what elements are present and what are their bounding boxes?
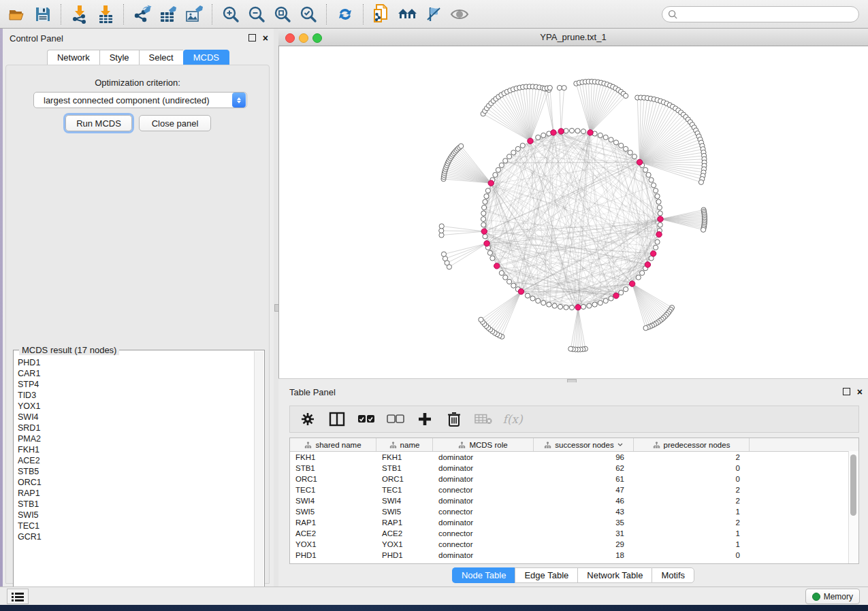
- table-scrollbar[interactable]: [848, 451, 858, 563]
- import-network-button[interactable]: [67, 3, 93, 26]
- search-field[interactable]: [662, 6, 859, 22]
- export-network-button[interactable]: [129, 3, 155, 26]
- close-panel-icon[interactable]: ×: [263, 35, 268, 42]
- mcds-node-item[interactable]: TEC1: [18, 521, 253, 531]
- memory-button[interactable]: Memory: [805, 589, 860, 604]
- result-scrollbar[interactable]: [254, 351, 263, 599]
- mcds-result-list[interactable]: PHD1CAR1STP4TID3YOX1SWI4SRD1PMA2FKH1ACE2…: [18, 357, 253, 597]
- mcds-node-item[interactable]: RAP1: [18, 488, 253, 499]
- cell-shared-name: TEC1: [290, 484, 376, 495]
- export-table-button[interactable]: [155, 3, 181, 26]
- network-window-titlebar[interactable]: YPA_prune.txt_1: [278, 29, 868, 46]
- table-row[interactable]: YOX1YOX1connector291: [290, 539, 858, 550]
- show-all-button[interactable]: [395, 3, 421, 26]
- import-table-button[interactable]: [93, 3, 118, 26]
- table-row[interactable]: TEC1TEC1connector472: [290, 484, 858, 495]
- float-table-panel-icon[interactable]: [843, 388, 850, 395]
- delete-column-button[interactable]: [445, 410, 463, 428]
- table-settings-button[interactable]: [299, 410, 317, 428]
- column-header-shared-name[interactable]: shared name: [290, 438, 376, 451]
- close-panel-button[interactable]: Close panel: [139, 115, 211, 131]
- cell-MCDS-role: connector: [433, 539, 534, 550]
- tab-style[interactable]: Style: [99, 50, 139, 65]
- apply-layout-button[interactable]: [332, 3, 358, 26]
- mcds-node-item[interactable]: SWI4: [18, 412, 253, 423]
- table-row[interactable]: PHD1PHD1dominator180: [290, 550, 858, 561]
- zoom-selected-button[interactable]: [295, 3, 321, 26]
- mcds-node-item[interactable]: STP4: [18, 379, 253, 390]
- save-session-button[interactable]: [30, 3, 56, 26]
- tab-motifs[interactable]: Motifs: [652, 567, 694, 583]
- node-table[interactable]: shared namenameMCDS rolesuccessor nodesp…: [289, 437, 859, 564]
- delete-table-button[interactable]: [475, 410, 492, 428]
- tab-network-table[interactable]: Network Table: [577, 567, 652, 583]
- mcds-node-item[interactable]: ACE2: [18, 455, 253, 466]
- show-column-pane-button[interactable]: [328, 410, 346, 428]
- run-mcds-button[interactable]: Run MCDS: [65, 115, 132, 131]
- column-header-predecessor-nodes[interactable]: predecessor nodes: [634, 438, 750, 451]
- float-panel-icon[interactable]: [248, 34, 256, 42]
- cell-MCDS-role: dominator: [433, 452, 534, 463]
- export-network-icon: [133, 5, 152, 24]
- cell-successor-nodes: 43: [534, 506, 634, 517]
- mcds-node-item[interactable]: ORC1: [18, 477, 253, 488]
- table-panel-tabs: Node TableEdge TableNetwork TableMotifs: [278, 567, 868, 583]
- show-eye-button[interactable]: [447, 3, 472, 26]
- table-row[interactable]: SWI5SWI5connector431: [290, 506, 858, 517]
- hide-selected-button[interactable]: [421, 3, 447, 26]
- search-input[interactable]: [678, 7, 858, 22]
- mcds-node-item[interactable]: STB5: [18, 466, 253, 477]
- network-view-canvas[interactable]: [278, 46, 868, 378]
- mcds-node-item[interactable]: PMA2: [18, 433, 253, 444]
- table-row[interactable]: STB1STB1dominator620: [290, 463, 858, 474]
- add-column-button[interactable]: [416, 410, 434, 428]
- open-file-button[interactable]: [4, 3, 30, 26]
- mcds-node-item[interactable]: SRD1: [18, 423, 253, 433]
- cell-shared-name: FKH1: [290, 452, 376, 463]
- column-header-successor-nodes[interactable]: successor nodes: [534, 438, 634, 451]
- fx-icon: f(x): [502, 412, 522, 426]
- mcds-node-item[interactable]: SWI5: [18, 510, 253, 521]
- export-image-button[interactable]: [181, 3, 207, 26]
- table-scrollbar-thumb[interactable]: [850, 455, 856, 516]
- mcds-node-item[interactable]: GCR1: [18, 531, 253, 542]
- zoom-in-button[interactable]: [218, 3, 244, 26]
- mcds-node-item[interactable]: STB1: [18, 499, 253, 510]
- column-header-MCDS-role[interactable]: MCDS role: [433, 438, 534, 451]
- mcds-node-item[interactable]: FKH1: [18, 444, 253, 455]
- cell-successor-nodes: 18: [534, 550, 634, 561]
- cell-name: YOX1: [376, 539, 433, 550]
- criterion-dropdown[interactable]: largest connected component (undirected): [33, 92, 247, 108]
- column-header-name[interactable]: name: [376, 438, 433, 451]
- mcds-node-item[interactable]: CAR1: [18, 368, 253, 379]
- task-history-button[interactable]: [7, 589, 29, 604]
- table-row[interactable]: SWI4SWI4dominator462: [290, 495, 858, 506]
- zoom-out-button[interactable]: [244, 3, 270, 26]
- table-row[interactable]: ACE2ACE2connector311: [290, 528, 858, 539]
- tab-network[interactable]: Network: [47, 50, 99, 65]
- tab-select[interactable]: Select: [139, 50, 183, 65]
- cell-shared-name: STB1: [290, 463, 376, 474]
- zoom-fit-icon: [274, 5, 291, 23]
- column-label: successor nodes: [555, 441, 613, 449]
- select-all-button[interactable]: [357, 410, 375, 428]
- table-row[interactable]: FKH1FKH1dominator962: [290, 452, 858, 463]
- cell-MCDS-role: dominator: [433, 495, 534, 506]
- new-network-from-selection-button[interactable]: [369, 3, 395, 26]
- deselect-all-button[interactable]: [387, 410, 404, 428]
- plus-icon: [417, 412, 432, 427]
- tab-mcds[interactable]: MCDS: [183, 50, 229, 65]
- tab-node-table[interactable]: Node Table: [452, 567, 515, 583]
- mcds-node-item[interactable]: PHD1: [18, 357, 253, 368]
- toolbar-separator: [61, 4, 62, 24]
- close-table-panel-icon[interactable]: ×: [857, 389, 863, 395]
- cell-successor-nodes: 61: [534, 474, 634, 484]
- tab-edge-table[interactable]: Edge Table: [515, 567, 577, 583]
- table-row[interactable]: ORC1ORC1dominator610: [290, 474, 858, 484]
- control-panel: Control Panel × NetworkStyleSelectMCDS O…: [3, 29, 274, 587]
- zoom-fit-button[interactable]: [270, 3, 295, 26]
- mcds-node-item[interactable]: TID3: [18, 390, 253, 401]
- mcds-node-item[interactable]: YOX1: [18, 401, 253, 412]
- function-builder-button[interactable]: f(x): [504, 410, 521, 428]
- table-row[interactable]: RAP1RAP1dominator352: [290, 517, 858, 528]
